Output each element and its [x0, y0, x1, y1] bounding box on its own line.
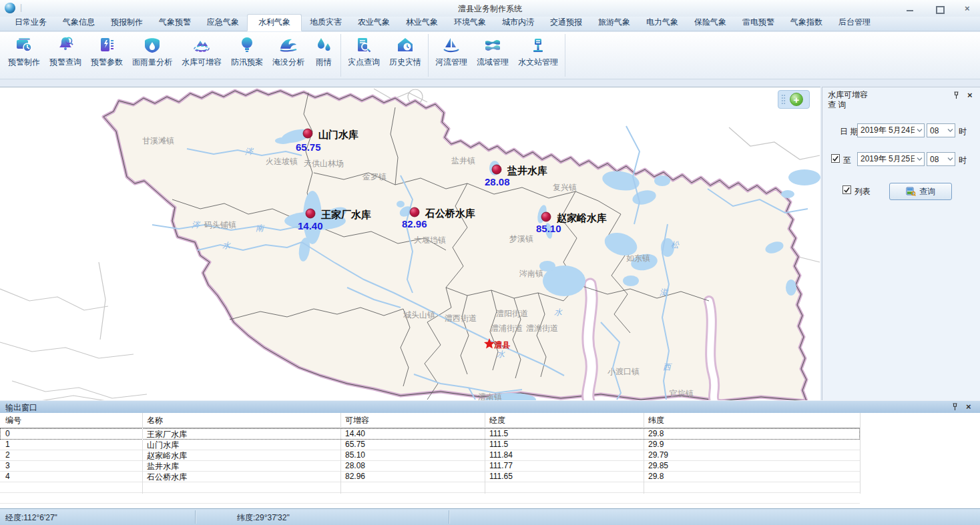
column-divider: [644, 413, 644, 494]
svg-text:大堰垱镇: 大堰垱镇: [414, 235, 446, 245]
col-header-name[interactable]: 名称: [147, 415, 163, 426]
svg-text:天供山林场: 天供山林场: [304, 159, 344, 168]
menu-item-forestry[interactable]: 林业气象: [398, 15, 446, 31]
table-row[interactable]: 3 盐井水库 28.08 111.77 29.85: [0, 460, 860, 472]
svg-text:复兴镇: 复兴镇: [553, 183, 577, 192]
date-from-combo[interactable]: 2019年 5月24日: [857, 123, 925, 137]
menu-item-index[interactable]: 气象指数: [782, 15, 830, 31]
minimize-button[interactable]: [905, 4, 915, 13]
menu-item-weather-warning[interactable]: 气象预警: [151, 15, 199, 31]
date-to-combo[interactable]: 2019年 5月25日: [857, 152, 925, 166]
table-row[interactable]: 2 赵家峪水库 85.10 111.84 29.79: [0, 450, 860, 461]
table-row[interactable]: 1 山门水库 65.75 111.5 29.9: [0, 439, 860, 450]
drag-grip-icon[interactable]: [781, 94, 786, 105]
menu-item-geology[interactable]: 地质灾害: [302, 15, 350, 31]
menu-item-forecast-make[interactable]: 预报制作: [103, 15, 151, 31]
svg-text:梦溪镇: 梦溪镇: [509, 234, 533, 243]
tool-flood-analysis[interactable]: 淹没分析: [268, 34, 309, 77]
svg-text:14.40: 14.40: [298, 220, 323, 231]
svg-text:甘溪滩镇: 甘溪滩镇: [142, 136, 174, 145]
output-table[interactable]: 编号 名称 可增容 经度 纬度 0 王家厂水库 14.40 111.5 29.8…: [0, 413, 980, 508]
table-header: 编号 名称 可增容 经度 纬度: [0, 413, 860, 428]
tool-river-manage[interactable]: 河流管理: [431, 34, 472, 77]
menu-item-emergency[interactable]: 应急气象: [199, 15, 247, 31]
pin-icon[interactable]: [951, 403, 959, 411]
svg-text:澧澹街道: 澧澹街道: [526, 324, 558, 333]
menu-item-lightning[interactable]: 雷电预警: [734, 15, 782, 31]
list-checkbox[interactable]: [842, 185, 851, 194]
tool-hydrostation-manage[interactable]: 水文站管理: [513, 34, 563, 77]
svg-text:水: 水: [554, 308, 563, 317]
tool-flood-plan[interactable]: 防汛预案: [226, 34, 268, 77]
list-label: 列表: [854, 186, 871, 197]
menu-item-insurance[interactable]: 保险气象: [686, 15, 734, 31]
menu-item-environment[interactable]: 环境气象: [446, 15, 494, 31]
maximize-button[interactable]: [935, 4, 944, 13]
col-header-longitude[interactable]: 经度: [489, 415, 505, 426]
column-divider: [142, 413, 143, 494]
query-button[interactable]: 查询: [889, 183, 952, 200]
to-checkbox[interactable]: [831, 154, 840, 163]
tool-alert-edit[interactable]: 预警制作: [3, 34, 45, 77]
tool-area-rain[interactable]: 面雨量分析: [128, 34, 177, 77]
menu-item-weather-info[interactable]: 气象信息: [55, 15, 103, 31]
hour-to-combo[interactable]: 08: [927, 152, 955, 166]
svg-text:65.75: 65.75: [296, 141, 321, 153]
alert-params-icon: [97, 35, 117, 55]
status-divider: [449, 510, 449, 524]
svg-text:石公桥水库: 石公桥水库: [425, 207, 475, 219]
toolbar-group-water-manage: 河流管理 流域管理 水文站管理: [429, 34, 565, 77]
svg-text:城头山镇: 城头山镇: [403, 310, 435, 320]
tool-disaster-history[interactable]: 历史灾情: [385, 34, 426, 77]
menu-item-admin[interactable]: 后台管理: [830, 15, 879, 31]
panel-title-line2: 查 询: [828, 100, 868, 110]
zoom-in-button[interactable]: +: [790, 93, 803, 106]
pin-icon[interactable]: [953, 91, 960, 99]
tool-disaster-search[interactable]: 灾点查询: [343, 34, 385, 77]
tool-rain-info[interactable]: 雨情: [309, 34, 338, 77]
map-canvas[interactable]: 涔 涔 南 水 水 水 松 滋 西 甘溪滩镇 火连坡镇 天供山林场 金罗镇 盐井…: [0, 87, 820, 401]
chevron-down-icon: [945, 153, 955, 165]
menu-item-urban-flood[interactable]: 城市内涝: [494, 15, 542, 31]
menu-item-daily[interactable]: 日常业务: [7, 15, 55, 31]
disaster-history-icon: [395, 35, 415, 55]
alert-edit-icon: [14, 35, 34, 55]
hour-from-combo[interactable]: 08: [927, 123, 955, 137]
toolbar: 预警制作 预警查询 预警参数 面雨量分析 水库可增容 防汛预案: [0, 32, 980, 79]
menu-item-agriculture[interactable]: 农业气象: [350, 15, 398, 31]
panel-close-icon[interactable]: ×: [967, 91, 975, 99]
close-button[interactable]: ×: [964, 4, 973, 13]
svg-text:金罗镇: 金罗镇: [362, 172, 387, 181]
col-header-latitude[interactable]: 纬度: [648, 415, 664, 426]
tool-alert-params[interactable]: 预警参数: [86, 34, 128, 77]
col-header-capacity[interactable]: 可增容: [345, 415, 369, 426]
svg-text:码头铺镇: 码头铺镇: [204, 220, 236, 229]
menu-item-hydrology[interactable]: 水利气象: [247, 14, 302, 31]
svg-text:滋: 滋: [660, 288, 669, 297]
menu-item-tourism[interactable]: 旅游气象: [590, 15, 638, 31]
output-window-header: 输出窗口 ×: [0, 400, 980, 413]
table-row[interactable]: 0 王家厂水库 14.40 111.5 29.8: [0, 428, 860, 440]
col-header-id[interactable]: 编号: [5, 415, 21, 426]
output-close-icon[interactable]: ×: [966, 403, 973, 411]
hour-unit-label: 时: [959, 126, 967, 137]
svg-text:水: 水: [222, 241, 231, 250]
svg-text:盐井水库: 盐井水库: [507, 165, 547, 176]
chevron-down-icon: [915, 124, 924, 137]
rain-info-icon: [314, 35, 334, 55]
svg-text:赵家峪水库: 赵家峪水库: [556, 212, 607, 223]
table-row[interactable]: 4 石公桥水库 82.96 111.65 29.8: [0, 471, 860, 482]
output-window-title: 输出窗口: [5, 403, 37, 412]
county-map: 涔 涔 南 水 水 水 松 滋 西 甘溪滩镇 火连坡镇 天供山林场 金罗镇 盐井…: [0, 87, 820, 401]
svg-text:火连坡镇: 火连坡镇: [266, 157, 298, 166]
tool-basin-manage[interactable]: 流域管理: [472, 34, 513, 77]
menu-item-traffic[interactable]: 交通预报: [542, 15, 590, 31]
svg-text:澧西街道: 澧西街道: [445, 314, 477, 323]
svg-text:85.10: 85.10: [536, 223, 561, 234]
menu-item-power[interactable]: 电力气象: [638, 15, 686, 31]
tool-alert-search[interactable]: 预警查询: [45, 34, 86, 77]
menu-bar: 日常业务 气象信息 预报制作 气象预警 应急气象 水利气象 地质灾害 农业气象 …: [0, 17, 980, 31]
svg-text:南: 南: [256, 223, 265, 233]
river-manage-icon: [441, 35, 461, 55]
tool-reservoir-capacity[interactable]: 水库可增容: [177, 34, 226, 77]
